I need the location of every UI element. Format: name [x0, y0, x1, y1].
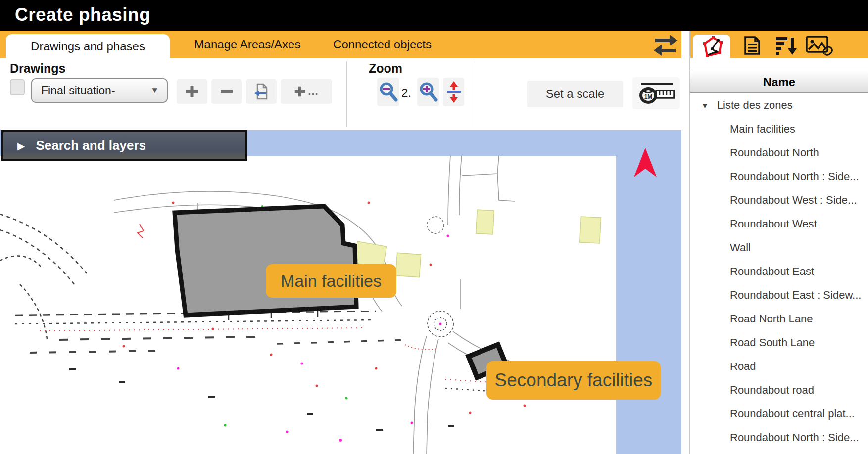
zoom-in-button[interactable] [417, 78, 439, 106]
zone-list-item[interactable]: Road South Lane [690, 331, 868, 355]
north-arrow-icon [632, 146, 659, 181]
panel-splitter[interactable] [681, 31, 689, 454]
image-attachment-icon [806, 35, 833, 56]
toolbar-divider [474, 61, 474, 127]
drawing-select[interactable]: Final situation- ▼ [31, 78, 168, 103]
zones-list: Main facilities Roundabout North Roundab… [690, 117, 868, 450]
add-more-dots: ... [308, 85, 318, 98]
import-drawing-button[interactable] [246, 79, 277, 104]
main-tab-bar: Drawings and phases Manage Areas/Axes sh… [0, 31, 681, 58]
panel-tab-zones-shapes[interactable] [693, 35, 730, 58]
zone-list-item[interactable]: Roundabout North : Side... [690, 165, 868, 188]
main-facilities-zone-shape[interactable] [175, 206, 356, 315]
tab-manage-areas-axes-shapes[interactable]: Manage Areas/Axes shapes [176, 31, 319, 58]
page-title: Create phasing [15, 0, 150, 30]
zoom-out-button[interactable] [377, 78, 399, 106]
zones-column-header[interactable]: Name [690, 71, 868, 93]
remove-drawing-button[interactable] [211, 79, 242, 104]
drawings-section-heading: Drawings [10, 61, 66, 76]
panel-tab-sort-order[interactable] [771, 35, 801, 56]
zone-name: Roundabout West : Side... [730, 194, 857, 207]
plus-icon [185, 85, 199, 98]
window-title-bar: Create phasing [0, 0, 868, 31]
zone-list-item[interactable]: Roundabout North : Side... [690, 426, 868, 450]
tab-connected-objects[interactable]: Connected objects [324, 31, 440, 58]
zone-name: Roundabout North [730, 146, 819, 159]
secondary-facilities-label[interactable]: Secondary facilities [486, 361, 661, 400]
zoom-section-heading: Zoom [369, 61, 402, 76]
zone-list-item[interactable]: Roundabout central plat... [690, 402, 868, 426]
zones-panel: Name ▼ Liste des zones Main facilities R… [689, 31, 868, 454]
zone-list-item[interactable]: Road North Lane [690, 307, 868, 331]
zone-name: Road [730, 360, 756, 373]
zone-list-item[interactable]: Wall [690, 236, 868, 260]
drawing-select-value: Final situation- [41, 84, 115, 97]
collapse-caret-icon[interactable]: ▼ [701, 101, 709, 110]
zone-list-item[interactable]: Roundabout road [690, 378, 868, 402]
zone-list-item[interactable]: Main facilities [690, 117, 868, 141]
panel-tab-attached-images[interactable] [805, 35, 834, 56]
zone-name: Road North Lane [730, 313, 813, 325]
fit-vertical-icon [445, 81, 463, 103]
zone-name: Road South Lane [730, 336, 815, 349]
search-and-layers-label: Search and layers [36, 138, 146, 153]
zone-name: Roundabout road [730, 384, 814, 397]
drawing-visibility-checkbox[interactable] [10, 79, 25, 95]
zone-name: Roundabout North : Side... [730, 431, 859, 444]
zone-list-item[interactable]: Roundabout East : Sidew... [690, 283, 868, 307]
plus-icon [294, 86, 306, 97]
measure-tape-button[interactable]: 1M [632, 77, 680, 109]
magnifier-plus-icon [419, 82, 438, 102]
zone-name: Roundabout central plat... [730, 408, 855, 420]
zone-list-item[interactable]: Roundabout West [690, 212, 868, 236]
page-import-icon [253, 83, 269, 100]
expand-arrow-icon: ▶ [17, 140, 25, 152]
swap-arrows-icon[interactable] [653, 33, 678, 57]
tape-measure-icon: 1M [636, 81, 676, 106]
zone-name: Wall [730, 241, 751, 254]
panel-tab-strip [690, 31, 868, 58]
zone-list-item[interactable]: Roundabout West : Side... [690, 188, 868, 212]
main-facilities-label[interactable]: Main facilities [266, 264, 396, 298]
tape-1m-text: 1M [644, 93, 653, 100]
main-area: Drawings and phases Manage Areas/Axes sh… [0, 31, 681, 454]
set-scale-button[interactable]: Set a scale [527, 81, 623, 107]
zone-list-item[interactable]: Roundabout East [690, 260, 868, 283]
tab-drawings-and-phases[interactable]: Drawings and phases [6, 34, 170, 58]
area-shape-icon [700, 36, 723, 57]
zones-tree: ▼ Liste des zones Main facilities Rounda… [690, 93, 868, 450]
zoom-level: 2. [401, 86, 411, 100]
zone-name: Roundabout East [730, 265, 814, 278]
toolbar: Drawings Final situation- ▼ [0, 58, 681, 130]
zone-name: Roundabout West [730, 218, 817, 230]
fit-height-button[interactable] [443, 78, 464, 106]
search-and-layers-panel[interactable]: ▶ Search and layers [1, 130, 247, 161]
toolbar-divider [346, 61, 347, 127]
site-plan-drawing [0, 156, 616, 454]
zone-list-item[interactable]: Road [690, 355, 868, 378]
zone-list-item[interactable]: Roundabout North [690, 141, 868, 165]
tree-root-liste-des-zones[interactable]: ▼ Liste des zones [690, 93, 868, 117]
zone-name: Roundabout North : Side... [730, 170, 859, 183]
tree-root-label: Liste des zones [717, 99, 793, 112]
chevron-down-icon: ▼ [150, 79, 159, 102]
map-area: ▶ Search and layers Main facilities Seco… [0, 130, 681, 454]
map-canvas[interactable] [0, 156, 616, 454]
zone-name: Roundabout East : Sidew... [730, 289, 861, 302]
panel-tab-properties[interactable] [737, 35, 767, 56]
minus-icon [220, 85, 234, 98]
magnifier-minus-icon [379, 82, 398, 102]
sort-descending-icon [774, 35, 797, 56]
add-drawing-button[interactable] [177, 79, 207, 104]
add-more-button[interactable]: ... [281, 79, 332, 104]
form-document-icon [743, 35, 762, 56]
zone-name: Main facilities [730, 123, 795, 136]
